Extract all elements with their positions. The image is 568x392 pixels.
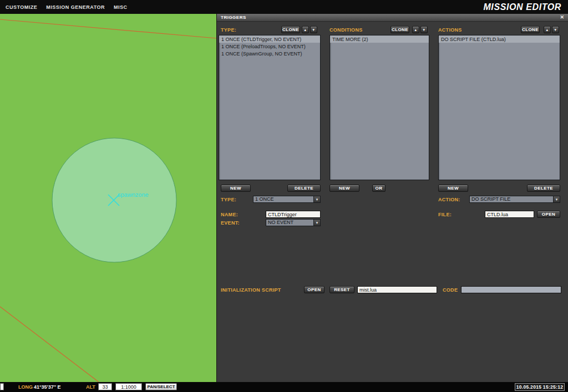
conditions-list[interactable]: TIME MORE (2) xyxy=(329,35,429,180)
trigger-move-up-icon[interactable]: ▲ xyxy=(302,26,309,33)
action-type-value: DO SCRIPT FILE xyxy=(470,196,553,202)
map-scale-input[interactable] xyxy=(115,383,142,390)
app-title: MISSION EDITOR xyxy=(483,2,561,12)
statusbar: LONG 41°35'37'' E ALT PAN/SELECT 10.05.2… xyxy=(0,382,568,392)
longitude-value: 41°35'37'' E xyxy=(34,384,61,390)
panel-titlebar[interactable]: TRIGGERS ✕ xyxy=(217,14,568,22)
datetime-display: 10.05.2015 15:25:12 xyxy=(515,383,565,391)
map-route-line-bottom xyxy=(0,307,99,382)
menubar: CUSTOMIZE MISSION GENERATOR MISC MISSION… xyxy=(0,0,568,14)
pan-select-mode-button[interactable]: PAN/SELECT xyxy=(145,383,177,390)
action-file-input[interactable] xyxy=(485,211,534,218)
menu-misc[interactable]: MISC xyxy=(109,4,132,10)
trigger-type-value: 1 ONCE xyxy=(253,196,313,202)
clone-condition-button[interactable]: CLONE xyxy=(390,26,409,33)
trigger-event-value: NO EVENT xyxy=(266,220,313,226)
action-type-select[interactable]: DO SCRIPT FILE ▼ xyxy=(469,196,560,203)
trigger-name-label: NAME: xyxy=(221,212,238,217)
chevron-down-icon[interactable]: ▼ xyxy=(553,196,560,202)
open-file-button[interactable]: OPEN xyxy=(537,211,560,218)
action-list-item[interactable]: DO SCRIPT FILE (CTLD.lua) xyxy=(439,35,560,43)
trigger-event-select[interactable]: NO EVENT ▼ xyxy=(266,219,321,226)
map-canvas[interactable]: spawnzone xyxy=(0,14,216,382)
delete-trigger-button[interactable]: DELETE xyxy=(287,185,321,192)
action-move-down-icon[interactable]: ▼ xyxy=(552,26,559,33)
new-action-button[interactable]: NEW xyxy=(438,185,468,192)
action-file-label: FILE: xyxy=(438,212,452,217)
triggers-panel: TRIGGERS ✕ TYPE: CLONE ▲ ▼ CONDITIONS CL… xyxy=(216,14,568,382)
condition-move-up-icon[interactable]: ▲ xyxy=(412,26,419,33)
altitude-input[interactable] xyxy=(98,383,112,390)
new-condition-button[interactable]: NEW xyxy=(329,185,359,192)
clipped-coordinate-field[interactable] xyxy=(0,383,4,390)
trigger-event-label: EVENT: xyxy=(221,220,240,226)
trigger-type-select[interactable]: 1 ONCE ▼ xyxy=(253,196,321,203)
trigger-move-down-icon[interactable]: ▼ xyxy=(310,26,317,33)
mission-editor-screen: CUSTOMIZE MISSION GENERATOR MISC MISSION… xyxy=(0,0,568,392)
map-route-line-top xyxy=(0,19,216,38)
init-script-code-field[interactable] xyxy=(461,286,561,293)
triggers-list[interactable]: 1 ONCE (CTLDTrigger, NO EVENT) 1 ONCE (P… xyxy=(219,35,321,180)
panel-title: TRIGGERS xyxy=(221,15,246,20)
map-svg: spawnzone xyxy=(0,14,216,382)
trigger-name-input[interactable] xyxy=(266,211,321,218)
trigger-list-item[interactable]: 1 ONCE (SpawnGroup, NO EVENT) xyxy=(219,50,320,57)
action-type-label: ACTION: xyxy=(438,197,460,202)
close-icon[interactable]: ✕ xyxy=(560,15,564,20)
longitude-label: LONG xyxy=(18,384,33,390)
init-script-code-label: CODE xyxy=(443,287,458,293)
delete-action-button[interactable]: DELETE xyxy=(527,185,560,192)
init-script-file-input[interactable] xyxy=(357,286,437,293)
trigger-list-item[interactable]: 1 ONCE (CTLDTrigger, NO EVENT) xyxy=(219,35,320,43)
chevron-down-icon[interactable]: ▼ xyxy=(313,220,320,226)
init-script-open-button[interactable]: OPEN xyxy=(304,286,324,293)
chevron-down-icon[interactable]: ▼ xyxy=(313,196,320,202)
type-column-header: TYPE: xyxy=(221,27,236,33)
or-condition-button[interactable]: OR xyxy=(372,185,386,192)
init-script-reset-button[interactable]: RESET xyxy=(329,286,354,293)
trigger-type-label: TYPE: xyxy=(221,197,236,202)
actions-column-header: ACTIONS xyxy=(438,27,462,33)
actions-list[interactable]: DO SCRIPT FILE (CTLD.lua) xyxy=(438,35,560,180)
new-trigger-button[interactable]: NEW xyxy=(221,185,251,192)
conditions-column-header: CONDITIONS xyxy=(329,27,363,33)
init-script-label: INITIALIZATION SCRIPT xyxy=(221,287,281,293)
clone-action-button[interactable]: CLONE xyxy=(521,26,540,33)
menu-customize[interactable]: CUSTOMIZE xyxy=(1,4,42,10)
action-move-up-icon[interactable]: ▲ xyxy=(544,26,551,33)
clone-trigger-button[interactable]: CLONE xyxy=(281,26,300,33)
altitude-label: ALT xyxy=(86,384,95,390)
condition-list-item[interactable]: TIME MORE (2) xyxy=(330,35,429,43)
zone-label: spawnzone xyxy=(118,191,149,198)
condition-move-down-icon[interactable]: ▼ xyxy=(420,26,428,33)
menu-mission-generator[interactable]: MISSION GENERATOR xyxy=(42,4,109,10)
trigger-list-item[interactable]: 1 ONCE (PreloadTroops, NO EVENT) xyxy=(219,43,320,50)
